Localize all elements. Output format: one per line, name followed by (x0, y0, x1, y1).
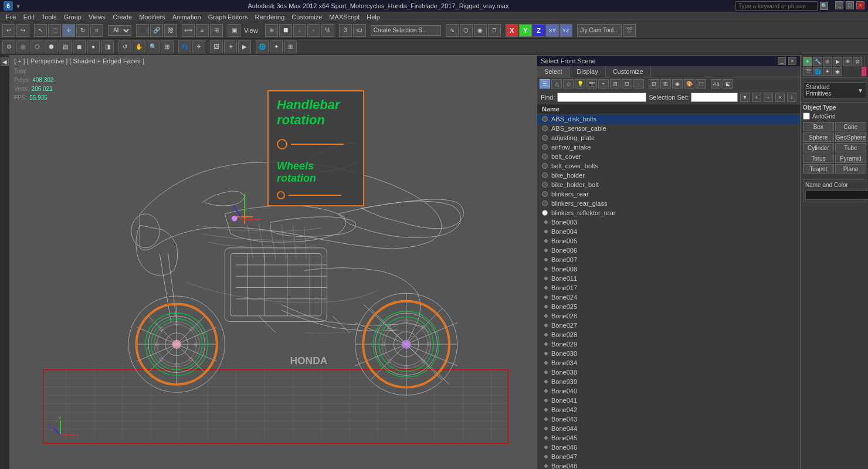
menu-item-animation[interactable]: Animation (169, 12, 205, 22)
filter-bone-btn[interactable]: ⊡ (622, 79, 632, 89)
display-subtree-btn[interactable]: ⊟ (649, 79, 659, 89)
geosphere-btn[interactable]: GeoSphere (835, 132, 866, 142)
list-item[interactable]: adjusting_plate (537, 133, 800, 142)
render-elem-button[interactable]: ⊞ (284, 40, 297, 53)
material-button[interactable]: ◉ (474, 24, 487, 37)
select-button[interactable]: ↖ (34, 24, 47, 37)
list-item[interactable]: Bone011 (537, 274, 800, 283)
list-item[interactable]: Bone045 (537, 433, 800, 443)
snap-toggle-button[interactable]: ⟂ (293, 24, 306, 37)
filter-all-btn[interactable]: ☰ (540, 79, 550, 89)
transform-gizmo-button[interactable]: ⊕ (265, 24, 278, 37)
yz-axis-button[interactable]: YZ (560, 24, 572, 37)
list-item[interactable]: Bone029 (537, 339, 800, 349)
menu-item-views[interactable]: Views (85, 12, 109, 22)
list-item[interactable]: blinkers_rear_glass (537, 199, 800, 208)
sel-set-icon-btn[interactable]: ▼ (740, 93, 750, 102)
list-item[interactable]: Bone042 (537, 405, 800, 414)
list-item[interactable]: Bone028 (537, 330, 800, 339)
list-item[interactable]: Bone006 (537, 246, 800, 255)
shaded-button[interactable]: ▧ (59, 40, 72, 53)
case-sensitive-btn[interactable]: Aa (711, 79, 721, 89)
mirror-button[interactable]: ⟺ (182, 24, 195, 37)
close-button[interactable]: × (856, 1, 864, 9)
viewport[interactable]: [ + ] [ Perspective ] [ Shaded + Edged F… (9, 55, 537, 469)
sel-set-clear-btn[interactable]: × (775, 93, 785, 102)
snaps-button[interactable]: 🔲 (279, 24, 292, 37)
menu-item-customize[interactable]: Customize (288, 12, 326, 22)
list-item[interactable]: Bone026 (537, 311, 800, 321)
display-layer-btn[interactable]: ⊞ (660, 79, 671, 89)
smooth-button[interactable]: ◼ (73, 40, 86, 53)
tab-display[interactable]: Display (570, 66, 606, 77)
menu-item-file[interactable]: File (2, 12, 20, 22)
named-sel-btn[interactable]: 🏷 (353, 24, 366, 37)
menu-item-graph editors[interactable]: Graph Editors (205, 12, 252, 22)
edge-button[interactable]: ⬢ (45, 40, 57, 53)
torus-btn[interactable]: Torus (803, 154, 834, 163)
arc-rotate-button[interactable]: ↺ (118, 40, 131, 53)
filter-space-btn[interactable]: ⊞ (610, 79, 621, 89)
clay-button[interactable]: ● (87, 40, 100, 53)
plane-btn[interactable]: Plane (835, 164, 866, 174)
rotate-button[interactable]: ↻ (76, 24, 89, 37)
hierarchy-icon[interactable]: ⊞ (823, 57, 832, 66)
pan-button[interactable]: ✋ (133, 40, 145, 53)
utilities-icon[interactable]: ⚙ (853, 57, 862, 66)
list-item[interactable]: Bone043 (537, 414, 800, 424)
list-item[interactable]: Bone046 (537, 443, 800, 452)
std-prim-dropdown-arrow[interactable]: ▼ (857, 87, 863, 94)
modify-icon[interactable]: 🔧 (813, 57, 822, 66)
align-button[interactable]: ≡ (196, 24, 209, 37)
object-list[interactable]: ABS_disk_boltsABS_sensor_cableadjusting_… (537, 114, 800, 469)
list-item[interactable]: Bone034 (537, 358, 800, 368)
list-item[interactable]: Bone005 (537, 236, 800, 246)
list-item[interactable]: Bone047 (537, 452, 800, 461)
list-item[interactable]: Bone041 (537, 396, 800, 405)
list-item[interactable]: ABS_sensor_cable (537, 124, 800, 133)
z-axis-button[interactable]: Z (533, 24, 545, 37)
ipr-button[interactable]: ▶ (238, 40, 251, 53)
menu-item-help[interactable]: Help (363, 12, 384, 22)
render-setup-button[interactable]: 🎬 (623, 24, 636, 37)
list-item[interactable]: bike_holder (537, 171, 800, 180)
spinner-btn[interactable]: 3 (339, 24, 352, 37)
activeShade-button[interactable]: ☀ (224, 40, 237, 53)
walk-through-button[interactable]: 👣 (178, 40, 191, 53)
redo-button[interactable]: ↪ (16, 24, 29, 37)
tube-btn[interactable]: Tube (835, 143, 866, 152)
invert-sel-btn[interactable]: ⬕ (723, 79, 733, 89)
sel-set-info-btn[interactable]: i (787, 93, 796, 102)
menu-item-tools[interactable]: Tools (38, 12, 60, 22)
texture-shaded-button[interactable]: ◨ (101, 40, 114, 53)
isolate-button[interactable]: ◎ (16, 40, 29, 53)
link-button[interactable]: 🔗 (150, 24, 163, 37)
render-setup-icon[interactable]: 🎬 (803, 67, 812, 76)
search-input[interactable] (735, 1, 818, 11)
autogrid-checkbox[interactable] (803, 113, 810, 120)
list-item[interactable]: blinkers_rear (537, 189, 800, 199)
create-icon[interactable]: ✦ (803, 57, 812, 66)
scale-button[interactable]: ⌗ (90, 24, 103, 37)
list-item[interactable]: Bone008 (537, 264, 800, 274)
filter-light-btn[interactable]: 💡 (575, 79, 585, 89)
list-item[interactable]: Bone040 (537, 386, 800, 396)
wireframe-button[interactable]: ⬡ (30, 40, 43, 53)
fly-through-button[interactable]: ✈ (192, 40, 205, 53)
sidebar-toggle[interactable]: ◀ (1, 57, 9, 66)
box-btn[interactable]: Box (803, 122, 834, 131)
sphere-btn[interactable]: Sphere (803, 132, 834, 142)
filter-shapes-btn[interactable]: ◇ (563, 79, 574, 89)
xy-axis-button[interactable]: XY (546, 24, 559, 37)
list-item[interactable]: Bone024 (537, 293, 800, 302)
menu-item-create[interactable]: Create (109, 12, 135, 22)
menu-item-maxscript[interactable]: MAXScript (326, 12, 363, 22)
curves-button[interactable]: ∿ (446, 24, 459, 37)
view-select-button[interactable]: ▣ (228, 24, 240, 37)
display-color-btn[interactable]: 🎨 (684, 79, 694, 89)
manip-button[interactable]: ⚙ (2, 40, 15, 53)
pct-snap-button[interactable]: % (321, 24, 334, 37)
list-item[interactable]: Bone003 (537, 217, 800, 227)
motion-icon[interactable]: ▶ (833, 57, 842, 66)
list-item[interactable]: Bone044 (537, 424, 800, 433)
